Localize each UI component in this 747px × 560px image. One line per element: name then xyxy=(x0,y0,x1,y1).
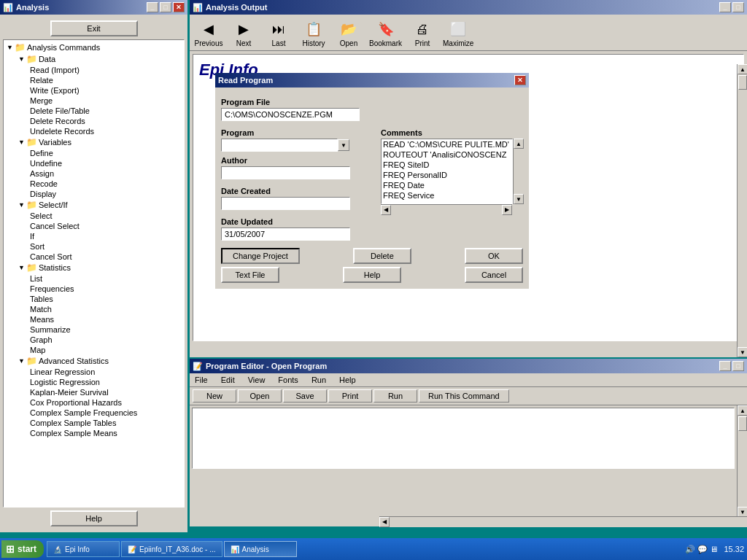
date-updated-input[interactable] xyxy=(221,228,350,241)
exit-button[interactable]: Exit xyxy=(50,20,138,36)
tree-item-merge[interactable]: Merge xyxy=(28,96,182,106)
advanced-statistics-group-header[interactable]: ▼ 📁 Advanced Statistics xyxy=(17,355,182,367)
tree-item-kaplan-meier[interactable]: Kaplan-Meier Survival xyxy=(28,387,182,397)
scroll-thumb[interactable] xyxy=(738,75,747,90)
program-input[interactable] xyxy=(221,139,338,152)
editor-new-button[interactable]: New xyxy=(193,389,236,402)
cancel-button[interactable]: Cancel xyxy=(465,267,523,283)
tree-item-assign[interactable]: Assign xyxy=(28,168,182,179)
change-project-button[interactable]: Change Project xyxy=(221,248,300,264)
author-input[interactable] xyxy=(221,166,350,179)
tree-item-complex-freq[interactable]: Complex Sample Frequencies xyxy=(28,408,182,418)
print-button[interactable]: 🖨 Print xyxy=(406,18,438,49)
tree-item-frequencies[interactable]: Frequencies xyxy=(28,284,182,294)
editor-scroll-thumb[interactable] xyxy=(738,416,747,431)
maximize-button[interactable]: ⬜ Maximize xyxy=(441,18,475,49)
comments-scroll-left[interactable]: ◀ xyxy=(381,205,391,215)
editor-restore-button[interactable]: □ xyxy=(732,361,744,371)
open-button[interactable]: 📂 Open xyxy=(333,18,365,49)
scroll-track[interactable] xyxy=(738,74,747,347)
editor-scrollbar-v[interactable]: ▲ ▼ xyxy=(737,405,747,517)
editor-scroll-left[interactable]: ◀ xyxy=(379,517,390,527)
taskbar-item-word[interactable]: 📝 Epiinfo_IT_A36.doc - ... xyxy=(121,541,222,557)
editor-run-button[interactable]: Run xyxy=(374,389,417,402)
tree-item-select[interactable]: Select xyxy=(28,211,182,221)
menu-view[interactable]: View xyxy=(246,375,268,385)
tree-item-undefine[interactable]: Undefine xyxy=(28,158,182,168)
editor-scroll-up[interactable]: ▲ xyxy=(738,405,747,416)
editor-open-button[interactable]: Open xyxy=(238,389,282,402)
menu-file[interactable]: File xyxy=(193,375,210,385)
tree-item-sort[interactable]: Sort xyxy=(28,241,182,252)
tree-item-cancel-select[interactable]: Cancel Select xyxy=(28,221,182,231)
comments-scroll-right[interactable]: ▶ xyxy=(502,205,512,215)
taskbar-item-analysis[interactable]: 📊 Analysis xyxy=(224,541,297,557)
output-scrollbar-v[interactable]: ▲ ▼ xyxy=(737,64,747,357)
tree-item-delete-file[interactable]: Delete File/Table xyxy=(28,106,182,116)
select-if-group-header[interactable]: ▼ 📁 Select/If xyxy=(17,199,182,211)
ok-button[interactable]: OK xyxy=(465,248,523,264)
restore-button[interactable]: □ xyxy=(160,2,171,12)
tree-item-map[interactable]: Map xyxy=(28,345,182,355)
editor-text-area[interactable] xyxy=(192,408,735,469)
bookmark-button[interactable]: 🔖 Bookmark xyxy=(368,18,403,49)
comments-scroll-up[interactable]: ▲ xyxy=(514,139,524,149)
menu-help[interactable]: Help xyxy=(337,375,358,385)
tree-item-logistic-regression[interactable]: Logistic Regression xyxy=(28,377,182,387)
help-button[interactable]: Help xyxy=(50,510,138,526)
tree-item-summarize[interactable]: Summarize xyxy=(28,324,182,335)
dialog-close-button[interactable]: ✕ xyxy=(514,75,526,85)
editor-scroll-down[interactable]: ▼ xyxy=(738,507,747,517)
variables-group-header[interactable]: ▼ 📁 Variables xyxy=(17,136,182,148)
scroll-down-button[interactable]: ▼ xyxy=(738,347,747,357)
tree-item-cancel-sort[interactable]: Cancel Sort xyxy=(28,252,182,262)
tree-item-match[interactable]: Match xyxy=(28,304,182,314)
tree-item-display[interactable]: Display xyxy=(28,189,182,199)
next-button[interactable]: ▶ Next xyxy=(228,18,260,49)
statistics-group-header[interactable]: ▼ 📁 Statistics xyxy=(17,262,182,273)
text-file-button[interactable]: Text File xyxy=(221,267,279,283)
tree-item-complex-tables[interactable]: Complex Sample Tables xyxy=(28,418,182,428)
comments-scroll-down[interactable]: ▼ xyxy=(514,194,524,204)
tree-item-complex-means[interactable]: Complex Sample Means xyxy=(28,428,182,438)
tree-item-means[interactable]: Means xyxy=(28,314,182,324)
minimize-button[interactable]: _ xyxy=(147,2,158,12)
close-button[interactable]: ✕ xyxy=(173,2,185,12)
tree-item-delete-records[interactable]: Delete Records xyxy=(28,116,182,126)
tree-item-if[interactable]: If xyxy=(28,231,182,241)
editor-print-button[interactable]: Print xyxy=(328,389,372,402)
program-file-input[interactable] xyxy=(221,108,360,121)
analysis-commands-header[interactable]: ▼ 📁 Analysis Commands xyxy=(5,42,182,53)
editor-minimize-button[interactable]: _ xyxy=(719,361,731,371)
last-button[interactable]: ⏭ Last xyxy=(263,18,295,49)
tree-item-undelete-records[interactable]: Undelete Records xyxy=(28,126,182,136)
start-button[interactable]: ⊞ start xyxy=(1,540,44,558)
delete-button[interactable]: Delete xyxy=(353,248,411,264)
comments-scrollbar-v[interactable]: ▲ ▼ xyxy=(513,139,523,204)
tree-item-graph[interactable]: Graph xyxy=(28,335,182,345)
history-button[interactable]: 📋 History xyxy=(298,18,330,49)
tree-item-define[interactable]: Define xyxy=(28,148,182,158)
editor-scrollbar-h[interactable]: ◀ ▶ xyxy=(379,516,747,526)
tree-item-linear-regression[interactable]: Linear Regression xyxy=(28,367,182,377)
data-group-header[interactable]: ▼ 📁 Data xyxy=(17,53,182,65)
editor-save-button[interactable]: Save xyxy=(283,389,327,402)
program-dropdown-arrow[interactable]: ▼ xyxy=(338,139,349,151)
output-restore-button[interactable]: □ xyxy=(732,2,744,12)
editor-run-this-command-button[interactable]: Run This Command xyxy=(419,389,509,402)
tree-item-relate[interactable]: Relate xyxy=(28,75,182,85)
tree-item-recode[interactable]: Recode xyxy=(28,179,182,189)
output-minimize-button[interactable]: _ xyxy=(719,2,731,12)
tree-item-cox[interactable]: Cox Proportional Hazards xyxy=(28,397,182,408)
editor-scroll-track[interactable] xyxy=(738,416,747,507)
taskbar-item-epi-info[interactable]: 🔬 Epi Info xyxy=(47,541,120,557)
menu-fonts[interactable]: Fonts xyxy=(276,375,301,385)
comments-scroll-track[interactable] xyxy=(514,149,523,194)
previous-button[interactable]: ◀ Previous xyxy=(193,18,225,49)
tree-item-read[interactable]: Read (Import) xyxy=(28,65,182,75)
menu-edit[interactable]: Edit xyxy=(219,375,237,385)
tree-item-tables[interactable]: Tables xyxy=(28,294,182,304)
tree-item-list[interactable]: List xyxy=(28,273,182,284)
tree-item-write[interactable]: Write (Export) xyxy=(28,85,182,96)
date-created-input[interactable] xyxy=(221,197,350,210)
